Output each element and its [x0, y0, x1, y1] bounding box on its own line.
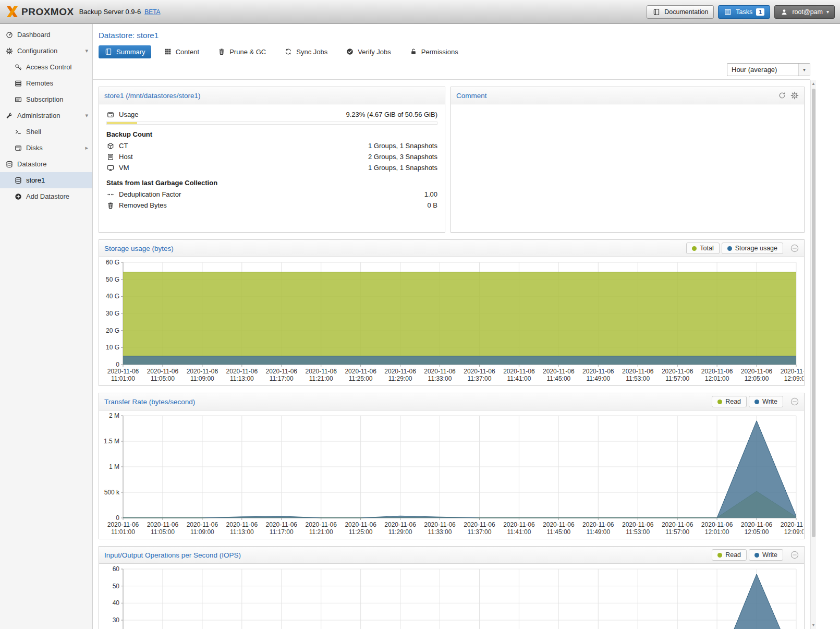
legend-item-write[interactable]: Write — [749, 396, 783, 407]
tasks-badge: 1 — [756, 8, 764, 16]
svg-text:40 G: 40 G — [106, 293, 119, 300]
svg-text:11:01:00: 11:01:00 — [111, 375, 135, 382]
svg-text:2020-11-06: 2020-11-06 — [226, 368, 258, 375]
usage-progress — [106, 122, 437, 125]
documentation-button[interactable]: Documentation — [647, 5, 714, 19]
sidebar-item-label: Administration — [17, 112, 60, 119]
scrollbar-thumb[interactable] — [812, 89, 815, 537]
scroll-up-icon[interactable]: ▲ — [811, 80, 816, 88]
info-row-ct: CT1 Groups, 1 Snapshots — [106, 140, 437, 151]
vertical-scrollbar[interactable]: ▲ ▼ — [810, 80, 816, 629]
svg-text:12:09:00: 12:09:00 — [784, 528, 804, 536]
chart-legend: TotalStorage usage — [686, 243, 799, 254]
tab-sync-jobs[interactable]: Sync Jobs — [278, 45, 333, 58]
check-circle-icon — [346, 48, 354, 55]
tab-verify-jobs[interactable]: Verify Jobs — [340, 45, 397, 58]
beta-link[interactable]: BETA — [144, 8, 160, 16]
sidebar-item-remotes[interactable]: Remotes — [0, 75, 92, 91]
svg-text:2020-11-06: 2020-11-06 — [543, 368, 575, 375]
sidebar-item-label: Dashboard — [17, 31, 51, 39]
tab-summary[interactable]: Summary — [99, 45, 151, 58]
chevron-down-icon[interactable]: ▾ — [798, 64, 810, 76]
chevron-down-icon[interactable]: ▾ — [85, 47, 88, 54]
svg-text:12:01:00: 12:01:00 — [705, 375, 729, 382]
comment-body[interactable] — [451, 104, 804, 114]
sidebar-item-store1[interactable]: store1 — [0, 172, 92, 188]
svg-text:2020-11-06: 2020-11-06 — [464, 368, 495, 375]
tasks-button[interactable]: Tasks 1 — [718, 5, 770, 19]
subscription-icon — [14, 96, 22, 103]
backup-count-title: Backup Count — [106, 130, 437, 138]
sidebar-item-datastore[interactable]: Datastore — [0, 156, 92, 172]
plus-circle-icon — [14, 193, 22, 200]
sidebar-item-label: store1 — [26, 176, 45, 184]
svg-text:60 G: 60 G — [106, 259, 119, 266]
svg-text:12:09:00: 12:09:00 — [784, 375, 804, 382]
svg-text:11:13:00: 11:13:00 — [230, 528, 254, 536]
sidebar-item-administration[interactable]: Administration▾ — [0, 107, 92, 124]
svg-text:2020-11-06: 2020-11-06 — [741, 368, 773, 375]
tab-content[interactable]: Content — [158, 45, 205, 58]
svg-text:2020-11-06: 2020-11-06 — [147, 368, 179, 375]
svg-text:2020-11-06: 2020-11-06 — [107, 368, 139, 375]
svg-text:50 G: 50 G — [106, 276, 119, 283]
minus-circle-icon[interactable] — [790, 551, 799, 559]
time-range-select[interactable]: Hour (average) ▾ — [727, 63, 810, 76]
legend-item-storage-usage[interactable]: Storage usage — [722, 243, 783, 254]
usage-label: Usage — [119, 111, 139, 118]
legend-item-total[interactable]: Total — [686, 243, 719, 254]
comment-panel: Comment — [451, 87, 805, 233]
legend-dot — [692, 246, 697, 251]
page-title: Datastore: store1 — [93, 24, 840, 44]
svg-text:11:29:00: 11:29:00 — [388, 375, 412, 382]
tab-label: Sync Jobs — [296, 48, 327, 56]
sidebar-item-configuration[interactable]: Configuration▾ — [0, 43, 92, 59]
chart-body: 010 G20 G30 G40 G50 G60 G2020-11-0611:01… — [99, 257, 804, 385]
svg-text:11:17:00: 11:17:00 — [270, 528, 294, 536]
refresh-icon[interactable] — [778, 91, 786, 100]
svg-text:11:45:00: 11:45:00 — [546, 528, 570, 536]
minus-circle-icon[interactable] — [790, 397, 799, 406]
svg-text:2020-11-06: 2020-11-06 — [701, 368, 733, 375]
gear-icon[interactable] — [790, 91, 799, 100]
sidebar-item-add-datastore[interactable]: Add Datastore — [0, 188, 92, 204]
svg-text:2020-11-06: 2020-11-06 — [345, 521, 376, 528]
svg-text:2020-11-06: 2020-11-06 — [543, 521, 575, 528]
sidebar-item-label: Datastore — [17, 160, 46, 168]
svg-text:2020-11-06: 2020-11-06 — [662, 521, 693, 528]
tab-permissions[interactable]: Permissions — [404, 45, 464, 58]
legend-item-write[interactable]: Write — [749, 549, 783, 561]
svg-text:11:49:00: 11:49:00 — [586, 528, 610, 536]
svg-text:11:53:00: 11:53:00 — [626, 375, 650, 382]
svg-text:500 k: 500 k — [104, 489, 120, 496]
sidebar-item-label: Shell — [26, 128, 41, 136]
user-menu-button[interactable]: root@pam ▾ — [774, 5, 835, 19]
legend-item-read[interactable]: Read — [712, 396, 747, 407]
info-value: 2 Groups, 3 Snapshots — [368, 153, 437, 161]
sidebar-item-disks[interactable]: Disks▸ — [0, 140, 92, 156]
chevron-right-icon[interactable]: ▸ — [85, 144, 88, 151]
svg-text:2 M: 2 M — [109, 412, 119, 419]
info-value: 1 Groups, 1 Snapshots — [368, 142, 437, 150]
sidebar-item-subscription[interactable]: Subscription — [0, 91, 92, 107]
chevron-down-icon[interactable]: ▾ — [85, 112, 88, 119]
usage-progress-fill — [107, 122, 137, 124]
grid-icon — [164, 48, 172, 55]
scroll-down-icon[interactable]: ▼ — [811, 622, 816, 629]
legend-item-read[interactable]: Read — [712, 549, 747, 561]
sidebar-item-dashboard[interactable]: Dashboard — [0, 27, 92, 43]
tab-label: Prune & GC — [229, 48, 266, 56]
tab-prune-gc[interactable]: Prune & GC — [212, 45, 272, 58]
usage-row: Usage 9.23% (4.67 GiB of 50.56 GiB) — [106, 109, 437, 120]
svg-text:10 G: 10 G — [106, 344, 119, 351]
minus-circle-icon[interactable] — [790, 244, 799, 252]
sidebar-item-access-control[interactable]: Access Control — [0, 59, 92, 75]
sidebar-item-shell[interactable]: Shell — [0, 124, 92, 140]
legend-label: Write — [762, 551, 777, 559]
tab-label: Summary — [116, 48, 145, 56]
top-bar: PROXMOX Backup Server 0.9-6 BETA Documen… — [0, 0, 840, 24]
monitor-icon — [106, 164, 115, 172]
legend-label: Storage usage — [735, 245, 777, 252]
svg-text:11:57:00: 11:57:00 — [665, 528, 689, 536]
svg-text:12:01:00: 12:01:00 — [705, 528, 729, 536]
